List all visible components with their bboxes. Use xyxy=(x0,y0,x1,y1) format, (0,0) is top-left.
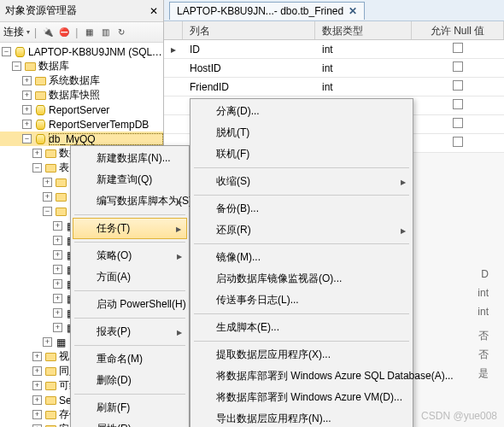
disconnect-icon[interactable]: ⛔ xyxy=(57,26,71,39)
menu-item[interactable]: 导出数据层应用程序(N)... xyxy=(192,408,411,427)
explorer-toolbar: 连接 ▾ | 🔌 ⛔ | ▦ ▥ ↻ xyxy=(0,22,163,43)
db-myqq-node[interactable]: −db_MyQQ xyxy=(0,132,163,146)
menu-item[interactable]: 重命名(M) xyxy=(73,348,187,370)
tab-table-designer[interactable]: LAPTOP-KB8U9JN...- dbo.tb_Frined ✕ xyxy=(169,2,365,20)
menu-item[interactable]: 生成脚本(E)... xyxy=(192,317,411,338)
pane-title-bar: 对象资源管理器 ✕ xyxy=(0,0,163,22)
databases-node[interactable]: −数据库 xyxy=(0,59,163,73)
menu-item[interactable]: 脱机(T) xyxy=(192,122,411,143)
tree-node[interactable]: +系统数据库 xyxy=(0,73,163,88)
checkbox-icon[interactable] xyxy=(453,118,463,128)
list-icon[interactable]: ▥ xyxy=(98,26,112,39)
cell-null[interactable] xyxy=(412,61,504,74)
checkbox-icon[interactable] xyxy=(453,61,463,72)
menu-item[interactable]: 报表(P) xyxy=(73,321,187,342)
menu-item[interactable]: 将数据库部署到 Windows Azure SQL Database(A)... xyxy=(192,366,411,387)
tree-node[interactable]: +数据库快照 xyxy=(0,88,163,102)
menu-item[interactable]: 还原(R) xyxy=(192,219,411,241)
cell-type[interactable]: int xyxy=(315,62,412,74)
menu-item[interactable]: 镜像(M)... xyxy=(192,247,411,268)
chevron-down-icon[interactable]: ▾ xyxy=(26,28,30,36)
menu-item[interactable]: 启动 PowerShell(H) xyxy=(73,294,187,315)
cell-type[interactable]: int xyxy=(315,81,412,93)
filter-icon[interactable]: ▦ xyxy=(82,26,96,39)
server-node[interactable]: −LAPTOP-KB8U9JNM (SQL Server xyxy=(0,44,163,59)
menu-item[interactable]: 属性(R) xyxy=(73,418,187,427)
menu-item[interactable]: 收缩(S) xyxy=(192,171,411,192)
refresh-icon[interactable]: ↻ xyxy=(114,26,128,39)
cell-name[interactable]: ID xyxy=(183,44,315,56)
checkbox-icon[interactable] xyxy=(453,99,463,109)
background-hints: Dintint 否否是 xyxy=(478,265,489,383)
checkbox-icon[interactable] xyxy=(453,80,463,91)
menu-item[interactable]: 编写数据库脚本为(S) xyxy=(73,190,187,212)
menu-item[interactable]: 提取数据层应用程序(X)... xyxy=(192,344,411,366)
checkbox-icon[interactable] xyxy=(453,137,463,147)
grid-header: 列名 数据类型 允许 Null 值 xyxy=(164,21,504,40)
close-icon[interactable]: ✕ xyxy=(349,5,357,17)
context-menu-database[interactable]: 新建数据库(N)...新建查询(Q)编写数据库脚本为(S)任务(T)策略(O)方… xyxy=(70,145,190,427)
tab-bar: LAPTOP-KB8U9JN...- dbo.tb_Frined ✕ xyxy=(164,0,504,21)
menu-item[interactable]: 删除(D) xyxy=(73,370,187,391)
menu-item[interactable]: 分离(D)... xyxy=(192,101,411,122)
menu-item[interactable]: 新建查询(Q) xyxy=(73,169,187,190)
menu-item[interactable]: 启动数据库镜像监视器(O)... xyxy=(192,268,411,290)
menu-item[interactable]: 备份(B)... xyxy=(192,198,411,219)
row-selector-icon: ▸ xyxy=(164,44,183,56)
tab-label: LAPTOP-KB8U9JN...- dbo.tb_Frined xyxy=(177,5,343,17)
menu-item[interactable]: 方面(A) xyxy=(73,266,187,288)
table-row[interactable]: FriendID int xyxy=(164,78,504,97)
col-null-header: 允许 Null 值 xyxy=(412,21,504,39)
plug-icon[interactable]: 🔌 xyxy=(41,26,55,39)
col-type-header: 数据类型 xyxy=(315,21,412,39)
menu-item[interactable]: 策略(O) xyxy=(73,245,187,266)
tree-node[interactable]: +ReportServer xyxy=(0,102,163,117)
menu-item[interactable]: 任务(T) xyxy=(73,218,187,239)
cell-type[interactable]: int xyxy=(315,44,412,56)
menu-item[interactable]: 新建数据库(N)... xyxy=(73,148,187,169)
tree-node[interactable]: +ReportServerTempDB xyxy=(0,117,163,132)
submenu-tasks[interactable]: 分离(D)...脱机(T)联机(F)收缩(S)备份(B)...还原(R)镜像(M… xyxy=(190,98,413,427)
col-name-header: 列名 xyxy=(183,21,315,39)
table-row[interactable]: ▸ ID int xyxy=(164,40,504,59)
cell-null[interactable] xyxy=(412,43,504,56)
menu-item[interactable]: 联机(F) xyxy=(192,143,411,165)
cell-name[interactable]: FriendID xyxy=(183,81,315,93)
connect-label[interactable]: 连接 xyxy=(3,25,24,39)
table-row[interactable]: HostID int xyxy=(164,59,504,78)
cell-name[interactable]: HostID xyxy=(183,62,315,74)
watermark: CSDN @yue008 xyxy=(421,410,497,422)
checkbox-icon[interactable] xyxy=(453,43,463,53)
pane-close-icon[interactable]: ✕ xyxy=(149,5,158,17)
menu-item[interactable]: 将数据库部署到 Windows Azure VM(D)... xyxy=(192,387,411,408)
menu-item[interactable]: 传送事务日志(L)... xyxy=(192,290,411,311)
menu-item[interactable]: 刷新(F) xyxy=(73,397,187,418)
cell-null[interactable] xyxy=(412,80,504,93)
pane-title: 对象资源管理器 xyxy=(5,3,77,18)
